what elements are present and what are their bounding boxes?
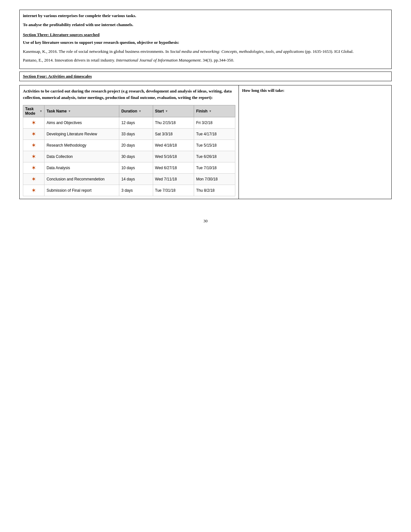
duration-cell: 14 days xyxy=(119,174,153,185)
start-arrow-icon: ▼ xyxy=(165,110,168,113)
task-name-cell: Research Methodology xyxy=(44,140,119,151)
intro-line2: To analyse the profitability related wit… xyxy=(23,22,388,28)
task-mode-icon: ✶ xyxy=(31,120,36,126)
table-row: ✶Research Methodology20 daysWed 4/18/18T… xyxy=(23,140,235,151)
ref2-suffix: . 34(3). pp.344-350. xyxy=(201,58,234,63)
task-mode-cell: ✶ xyxy=(23,185,44,196)
task-mode-icon: ✶ xyxy=(31,176,36,182)
task-mode-cell: ✶ xyxy=(23,117,44,129)
reference2: Pantano, E., 2014. Innovation drivers in… xyxy=(23,57,388,63)
task-name-cell: Aims and Objectives xyxy=(44,117,119,129)
page-number: 30 xyxy=(19,218,392,224)
table-row: ✶Conclusion and Recommendetion14 daysWed… xyxy=(23,174,235,185)
task-mode-cell: ✶ xyxy=(23,174,44,185)
reference1: Kasemsap, K., 2016. The role of social n… xyxy=(23,48,388,55)
duration-cell: 10 days xyxy=(119,162,153,174)
task-name-cell: Developing Literature Review xyxy=(44,129,119,140)
table-row: ✶Submission of Final report3 daysTue 7/3… xyxy=(23,185,235,196)
duration-cell: 20 days xyxy=(119,140,153,151)
task-mode-icon: ✶ xyxy=(31,142,36,149)
finish-cell: Tue 5/15/18 xyxy=(194,140,235,151)
task-mode-cell: ✶ xyxy=(23,162,44,174)
th-task-mode: Task Mode ▼ xyxy=(23,105,44,117)
task-name-cell: Conclusion and Recommendetion xyxy=(44,174,119,185)
duration-arrow-icon: ▼ xyxy=(139,110,142,113)
two-column-layout: Activities to be carried out during the … xyxy=(19,85,392,199)
task-mode-cell: ✶ xyxy=(23,151,44,162)
finish-cell: Thu 8/2/18 xyxy=(194,185,235,196)
task-name-cell: Submission of Final report xyxy=(44,185,119,196)
table-row: ✶Data Analysis10 daysWed 6/27/18Tue 7/10… xyxy=(23,162,235,174)
start-cell: Sat 3/3/18 xyxy=(153,129,194,140)
duration-cell: 30 days xyxy=(119,151,153,162)
start-cell: Wed 7/11/18 xyxy=(153,174,194,185)
section-four-header: Section Four: Activities and timescales xyxy=(19,72,392,81)
duration-cell: 12 days xyxy=(119,117,153,129)
th-duration: Duration ▼ xyxy=(119,105,153,117)
start-cell: Tue 7/31/18 xyxy=(153,185,194,196)
task-mode-icon: ✶ xyxy=(31,187,36,194)
ref1-suffix: (pp. 1635-1653). IGI Global. xyxy=(304,49,354,54)
start-cell: Wed 6/27/18 xyxy=(153,162,194,174)
finish-cell: Tue 6/26/18 xyxy=(194,151,235,162)
task-name-arrow-icon: ▼ xyxy=(68,110,71,113)
task-name-cell: Data Analysis xyxy=(44,162,119,174)
finish-cell: Tue 4/17/18 xyxy=(194,129,235,140)
ref1-italic: Social media and networking: Concepts, m… xyxy=(170,49,304,54)
th-start: Start ▼ xyxy=(153,105,194,117)
top-text-section: internet by various enterprises for comp… xyxy=(19,10,392,69)
task-mode-icon: ✶ xyxy=(31,153,36,160)
table-row: ✶Data Collection30 daysWed 5/16/18Tue 6/… xyxy=(23,151,235,162)
ref2-author: Pantano, E., 2014. Innovation drivers in… xyxy=(23,58,116,63)
start-cell: Thu 2/15/18 xyxy=(153,117,194,129)
lit-sources-subheader: Use of key literature sources to support… xyxy=(23,39,388,46)
duration-cell: 3 days xyxy=(119,185,153,196)
page-content: internet by various enterprises for comp… xyxy=(19,10,392,224)
task-table: Task Mode ▼ Task Name ▼ xyxy=(23,105,235,196)
right-column-header: How long this will take: xyxy=(242,88,388,93)
th-task-name: Task Name ▼ xyxy=(44,105,119,117)
finish-arrow-icon: ▼ xyxy=(209,110,212,113)
duration-cell: 33 days xyxy=(119,129,153,140)
section-three-header: Section Three: Literature sources search… xyxy=(23,32,388,37)
finish-cell: Fri 3/2/18 xyxy=(194,117,235,129)
table-header-row: Task Mode ▼ Task Name ▼ xyxy=(23,105,235,117)
table-row: ✶Developing Literature Review33 daysSat … xyxy=(23,129,235,140)
ref1-author: Kasemsap, K., 2016. The role of social n… xyxy=(23,49,170,54)
finish-cell: Mon 7/30/18 xyxy=(194,174,235,185)
task-mode-cell: ✶ xyxy=(23,140,44,151)
start-cell: Wed 5/16/18 xyxy=(153,151,194,162)
left-column: Activities to be carried out during the … xyxy=(20,85,239,199)
task-mode-cell: ✶ xyxy=(23,129,44,140)
task-name-cell: Data Collection xyxy=(44,151,119,162)
intro-line1: internet by various enterprises for comp… xyxy=(23,13,388,19)
th-finish: Finish ▼ xyxy=(194,105,235,117)
activity-header: Activities to be carried out during the … xyxy=(23,88,235,102)
task-mode-icon: ✶ xyxy=(31,165,36,171)
section-four-title: Section Four: Activities and timescales xyxy=(23,74,92,79)
right-column: How long this will take: xyxy=(239,85,391,199)
task-mode-icon: ✶ xyxy=(31,131,36,137)
table-row: ✶Aims and Objectives12 daysThu 2/15/18Fr… xyxy=(23,117,235,129)
task-mode-arrow-icon: ▼ xyxy=(40,110,43,113)
finish-cell: Tue 7/10/18 xyxy=(194,162,235,174)
ref2-italic: International Journal of Information Man… xyxy=(116,58,201,63)
start-cell: Wed 4/18/18 xyxy=(153,140,194,151)
